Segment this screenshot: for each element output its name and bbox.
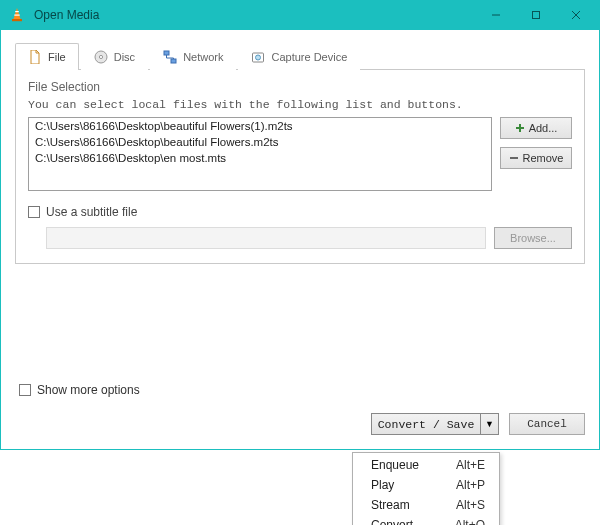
tab-panel: File Selection You can select local file… [15, 70, 585, 264]
svg-rect-0 [12, 19, 22, 21]
svg-rect-10 [171, 59, 176, 63]
dialog-body: File Disc Network Capture Device File Se… [0, 30, 600, 450]
tab-network[interactable]: Network [150, 43, 236, 70]
show-more-options-row: Show more options [19, 383, 140, 397]
chevron-down-icon: ▼ [485, 419, 494, 429]
app-icon [8, 6, 26, 24]
menu-item-label: Stream [371, 498, 410, 512]
plus-icon [515, 123, 525, 133]
menu-item-convert[interactable]: Convert Alt+O [353, 515, 499, 525]
capture-icon [251, 50, 265, 64]
convert-save-split-button[interactable]: Convert / Save ▼ [371, 413, 499, 435]
menu-item-shortcut: Alt+P [456, 478, 485, 492]
tab-capture[interactable]: Capture Device [238, 43, 360, 70]
browse-button[interactable]: Browse... [494, 227, 572, 249]
file-icon [28, 50, 42, 64]
cancel-button[interactable]: Cancel [509, 413, 585, 435]
list-item[interactable]: C:\Users\86166\Desktop\beautiful Flowers… [29, 118, 491, 134]
file-selection-heading: File Selection [28, 80, 572, 94]
menu-item-shortcut: Alt+O [455, 518, 485, 525]
svg-rect-9 [164, 51, 169, 55]
tabstrip: File Disc Network Capture Device [15, 42, 585, 70]
show-more-checkbox[interactable] [19, 384, 31, 396]
window-title: Open Media [34, 8, 476, 22]
subtitle-checkbox[interactable] [28, 206, 40, 218]
tab-file-label: File [48, 51, 66, 63]
menu-item-stream[interactable]: Stream Alt+S [353, 495, 499, 515]
tab-network-label: Network [183, 51, 223, 63]
network-icon [163, 50, 177, 64]
menu-item-shortcut: Alt+S [456, 498, 485, 512]
add-button-label: Add... [529, 122, 558, 134]
tab-disc-label: Disc [114, 51, 135, 63]
add-button[interactable]: Add... [500, 117, 572, 139]
tab-disc[interactable]: Disc [81, 43, 148, 70]
subtitle-checkbox-label: Use a subtitle file [46, 205, 137, 219]
minus-icon [509, 153, 519, 163]
menu-item-label: Play [371, 478, 394, 492]
file-list[interactable]: C:\Users\86166\Desktop\beautiful Flowers… [28, 117, 492, 191]
convert-save-menu: Enqueue Alt+E Play Alt+P Stream Alt+S Co… [352, 452, 500, 525]
menu-item-enqueue[interactable]: Enqueue Alt+E [353, 455, 499, 475]
show-more-label: Show more options [37, 383, 140, 397]
disc-icon [94, 50, 108, 64]
svg-rect-2 [14, 15, 19, 16]
list-item[interactable]: C:\Users\86166\Desktop\en most.mts [29, 150, 491, 166]
minimize-button[interactable] [476, 0, 516, 30]
remove-button-label: Remove [523, 152, 564, 164]
list-item[interactable]: C:\Users\86166\Desktop\beautiful Flowers… [29, 134, 491, 150]
menu-item-label: Convert [371, 518, 413, 525]
tab-file[interactable]: File [15, 43, 79, 70]
close-button[interactable] [556, 0, 596, 30]
remove-button[interactable]: Remove [500, 147, 572, 169]
convert-save-button-label[interactable]: Convert / Save [371, 413, 481, 435]
menu-item-label: Enqueue [371, 458, 419, 472]
subtitle-path-input[interactable] [46, 227, 486, 249]
svg-rect-1 [15, 11, 19, 12]
menu-item-play[interactable]: Play Alt+P [353, 475, 499, 495]
menu-item-shortcut: Alt+E [456, 458, 485, 472]
svg-rect-4 [533, 12, 540, 19]
svg-point-12 [256, 55, 261, 60]
window-controls [476, 0, 596, 30]
svg-point-8 [99, 55, 102, 58]
titlebar: Open Media [0, 0, 600, 30]
tab-capture-label: Capture Device [271, 51, 347, 63]
convert-save-dropdown-arrow[interactable]: ▼ [481, 413, 499, 435]
file-selection-hint: You can select local files with the foll… [28, 98, 572, 111]
maximize-button[interactable] [516, 0, 556, 30]
